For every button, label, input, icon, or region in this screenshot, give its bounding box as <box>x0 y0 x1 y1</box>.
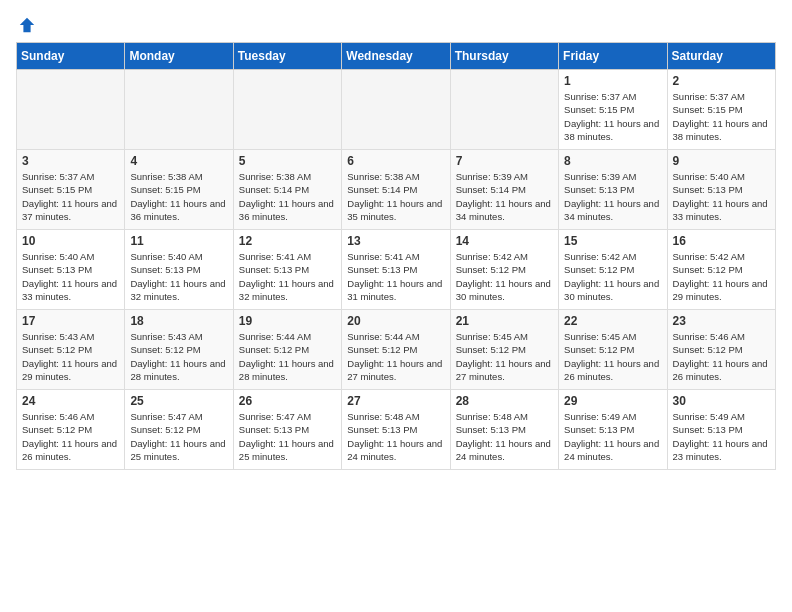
day-number: 30 <box>673 394 770 408</box>
calendar-cell <box>450 70 558 150</box>
calendar-cell: 19Sunrise: 5:44 AM Sunset: 5:12 PM Dayli… <box>233 310 341 390</box>
day-number: 13 <box>347 234 444 248</box>
day-number: 4 <box>130 154 227 168</box>
day-info: Sunrise: 5:41 AM Sunset: 5:13 PM Dayligh… <box>239 250 336 303</box>
calendar-cell: 2Sunrise: 5:37 AM Sunset: 5:15 PM Daylig… <box>667 70 775 150</box>
calendar-week-row: 3Sunrise: 5:37 AM Sunset: 5:15 PM Daylig… <box>17 150 776 230</box>
day-number: 14 <box>456 234 553 248</box>
calendar-cell: 15Sunrise: 5:42 AM Sunset: 5:12 PM Dayli… <box>559 230 667 310</box>
calendar-cell: 4Sunrise: 5:38 AM Sunset: 5:15 PM Daylig… <box>125 150 233 230</box>
day-info: Sunrise: 5:39 AM Sunset: 5:13 PM Dayligh… <box>564 170 661 223</box>
calendar-cell: 25Sunrise: 5:47 AM Sunset: 5:12 PM Dayli… <box>125 390 233 470</box>
day-info: Sunrise: 5:42 AM Sunset: 5:12 PM Dayligh… <box>673 250 770 303</box>
day-info: Sunrise: 5:38 AM Sunset: 5:14 PM Dayligh… <box>347 170 444 223</box>
day-number: 11 <box>130 234 227 248</box>
day-info: Sunrise: 5:38 AM Sunset: 5:14 PM Dayligh… <box>239 170 336 223</box>
day-info: Sunrise: 5:40 AM Sunset: 5:13 PM Dayligh… <box>673 170 770 223</box>
day-number: 17 <box>22 314 119 328</box>
day-number: 3 <box>22 154 119 168</box>
calendar-cell: 3Sunrise: 5:37 AM Sunset: 5:15 PM Daylig… <box>17 150 125 230</box>
calendar-cell: 12Sunrise: 5:41 AM Sunset: 5:13 PM Dayli… <box>233 230 341 310</box>
day-number: 23 <box>673 314 770 328</box>
day-info: Sunrise: 5:46 AM Sunset: 5:12 PM Dayligh… <box>22 410 119 463</box>
day-info: Sunrise: 5:43 AM Sunset: 5:12 PM Dayligh… <box>130 330 227 383</box>
day-info: Sunrise: 5:37 AM Sunset: 5:15 PM Dayligh… <box>22 170 119 223</box>
day-number: 10 <box>22 234 119 248</box>
day-number: 1 <box>564 74 661 88</box>
day-info: Sunrise: 5:47 AM Sunset: 5:12 PM Dayligh… <box>130 410 227 463</box>
day-number: 24 <box>22 394 119 408</box>
day-number: 15 <box>564 234 661 248</box>
weekday-header-tuesday: Tuesday <box>233 43 341 70</box>
day-number: 5 <box>239 154 336 168</box>
day-info: Sunrise: 5:42 AM Sunset: 5:12 PM Dayligh… <box>456 250 553 303</box>
calendar-table: SundayMondayTuesdayWednesdayThursdayFrid… <box>16 42 776 470</box>
calendar-cell: 9Sunrise: 5:40 AM Sunset: 5:13 PM Daylig… <box>667 150 775 230</box>
day-number: 8 <box>564 154 661 168</box>
day-number: 9 <box>673 154 770 168</box>
calendar-week-row: 17Sunrise: 5:43 AM Sunset: 5:12 PM Dayli… <box>17 310 776 390</box>
day-info: Sunrise: 5:45 AM Sunset: 5:12 PM Dayligh… <box>564 330 661 383</box>
calendar-cell: 20Sunrise: 5:44 AM Sunset: 5:12 PM Dayli… <box>342 310 450 390</box>
day-number: 25 <box>130 394 227 408</box>
calendar-cell: 21Sunrise: 5:45 AM Sunset: 5:12 PM Dayli… <box>450 310 558 390</box>
page-header <box>16 16 776 34</box>
weekday-header-thursday: Thursday <box>450 43 558 70</box>
day-info: Sunrise: 5:49 AM Sunset: 5:13 PM Dayligh… <box>564 410 661 463</box>
day-info: Sunrise: 5:44 AM Sunset: 5:12 PM Dayligh… <box>239 330 336 383</box>
day-info: Sunrise: 5:47 AM Sunset: 5:13 PM Dayligh… <box>239 410 336 463</box>
day-number: 22 <box>564 314 661 328</box>
day-number: 18 <box>130 314 227 328</box>
calendar-cell: 18Sunrise: 5:43 AM Sunset: 5:12 PM Dayli… <box>125 310 233 390</box>
day-number: 6 <box>347 154 444 168</box>
day-info: Sunrise: 5:38 AM Sunset: 5:15 PM Dayligh… <box>130 170 227 223</box>
weekday-header-saturday: Saturday <box>667 43 775 70</box>
calendar-cell: 5Sunrise: 5:38 AM Sunset: 5:14 PM Daylig… <box>233 150 341 230</box>
calendar-cell: 23Sunrise: 5:46 AM Sunset: 5:12 PM Dayli… <box>667 310 775 390</box>
day-number: 19 <box>239 314 336 328</box>
calendar-week-row: 1Sunrise: 5:37 AM Sunset: 5:15 PM Daylig… <box>17 70 776 150</box>
calendar-cell <box>125 70 233 150</box>
logo-icon <box>18 16 36 34</box>
calendar-cell <box>233 70 341 150</box>
svg-marker-0 <box>20 18 34 32</box>
day-info: Sunrise: 5:41 AM Sunset: 5:13 PM Dayligh… <box>347 250 444 303</box>
day-number: 26 <box>239 394 336 408</box>
day-number: 2 <box>673 74 770 88</box>
day-info: Sunrise: 5:39 AM Sunset: 5:14 PM Dayligh… <box>456 170 553 223</box>
day-info: Sunrise: 5:48 AM Sunset: 5:13 PM Dayligh… <box>347 410 444 463</box>
calendar-week-row: 24Sunrise: 5:46 AM Sunset: 5:12 PM Dayli… <box>17 390 776 470</box>
day-info: Sunrise: 5:40 AM Sunset: 5:13 PM Dayligh… <box>22 250 119 303</box>
calendar-cell: 14Sunrise: 5:42 AM Sunset: 5:12 PM Dayli… <box>450 230 558 310</box>
day-number: 21 <box>456 314 553 328</box>
day-number: 20 <box>347 314 444 328</box>
day-info: Sunrise: 5:44 AM Sunset: 5:12 PM Dayligh… <box>347 330 444 383</box>
day-number: 29 <box>564 394 661 408</box>
day-info: Sunrise: 5:42 AM Sunset: 5:12 PM Dayligh… <box>564 250 661 303</box>
calendar-cell <box>17 70 125 150</box>
calendar-cell: 28Sunrise: 5:48 AM Sunset: 5:13 PM Dayli… <box>450 390 558 470</box>
calendar-cell: 16Sunrise: 5:42 AM Sunset: 5:12 PM Dayli… <box>667 230 775 310</box>
calendar-cell: 27Sunrise: 5:48 AM Sunset: 5:13 PM Dayli… <box>342 390 450 470</box>
weekday-header-sunday: Sunday <box>17 43 125 70</box>
calendar-week-row: 10Sunrise: 5:40 AM Sunset: 5:13 PM Dayli… <box>17 230 776 310</box>
weekday-header-friday: Friday <box>559 43 667 70</box>
weekday-header-wednesday: Wednesday <box>342 43 450 70</box>
day-info: Sunrise: 5:37 AM Sunset: 5:15 PM Dayligh… <box>673 90 770 143</box>
calendar-cell <box>342 70 450 150</box>
calendar-cell: 17Sunrise: 5:43 AM Sunset: 5:12 PM Dayli… <box>17 310 125 390</box>
calendar-cell: 29Sunrise: 5:49 AM Sunset: 5:13 PM Dayli… <box>559 390 667 470</box>
calendar-cell: 1Sunrise: 5:37 AM Sunset: 5:15 PM Daylig… <box>559 70 667 150</box>
weekday-header-row: SundayMondayTuesdayWednesdayThursdayFrid… <box>17 43 776 70</box>
calendar-cell: 11Sunrise: 5:40 AM Sunset: 5:13 PM Dayli… <box>125 230 233 310</box>
day-number: 27 <box>347 394 444 408</box>
day-info: Sunrise: 5:45 AM Sunset: 5:12 PM Dayligh… <box>456 330 553 383</box>
calendar-cell: 6Sunrise: 5:38 AM Sunset: 5:14 PM Daylig… <box>342 150 450 230</box>
day-number: 16 <box>673 234 770 248</box>
day-number: 28 <box>456 394 553 408</box>
calendar-cell: 7Sunrise: 5:39 AM Sunset: 5:14 PM Daylig… <box>450 150 558 230</box>
day-info: Sunrise: 5:43 AM Sunset: 5:12 PM Dayligh… <box>22 330 119 383</box>
day-number: 7 <box>456 154 553 168</box>
calendar-cell: 22Sunrise: 5:45 AM Sunset: 5:12 PM Dayli… <box>559 310 667 390</box>
calendar-cell: 10Sunrise: 5:40 AM Sunset: 5:13 PM Dayli… <box>17 230 125 310</box>
